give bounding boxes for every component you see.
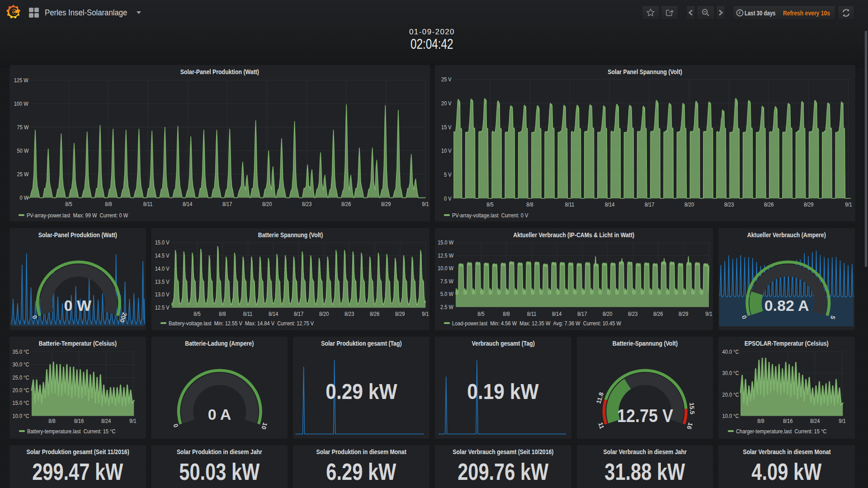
svg-text:0: 0 (172, 423, 179, 428)
